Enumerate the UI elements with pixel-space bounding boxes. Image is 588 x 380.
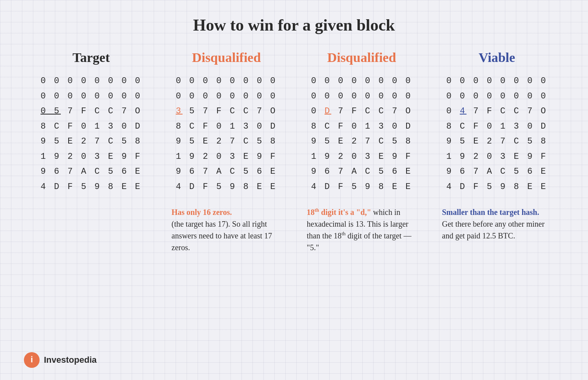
hash-line: 8 C F 0 1 3 0 D (176, 119, 277, 135)
hash-line-special: 0 4 7 F C C 7 O (446, 104, 547, 119)
logo-area: i Investopedia (24, 352, 96, 368)
hash-line: 9 6 7 A C 5 6 E (446, 164, 547, 180)
hash-line: 0 0 0 0 0 0 0 0 (311, 89, 412, 104)
column-target-title: Target (73, 50, 110, 65)
hash-line: 0 0 0 0 0 0 0 0 (40, 74, 142, 89)
hash-line: 8 C F 0 1 3 0 D (311, 119, 412, 135)
hash-line: 0 0 0 0 0 0 0 0 (40, 89, 142, 104)
hash-line: 0 0 0 0 0 0 0 0 (446, 89, 547, 104)
page-title: How to win for a given block (193, 16, 395, 35)
disq2-description: 18th digit it's a "d," which in hexadeci… (303, 206, 421, 253)
column-viable: Viable 0 0 0 0 0 0 0 0 0 0 0 0 0 0 0 0 0… (429, 50, 564, 253)
column-target: Target 0 0 0 0 0 0 0 0 0 0 0 0 0 0 0 0 0… (24, 50, 159, 253)
disq2-hash: 0 0 0 0 0 0 0 0 0 0 0 0 0 0 0 0 0 D 7 F … (311, 74, 412, 195)
viable-hash: 0 0 0 0 0 0 0 0 0 0 0 0 0 0 0 0 0 4 7 F … (446, 74, 547, 195)
disq1-normal: (the target has 17). So all right answer… (172, 220, 272, 252)
hash-line: 8 C F 0 1 3 0 D (446, 119, 547, 135)
hash-line: 1 9 2 0 3 E 9 F (40, 149, 142, 165)
disq2-highlight: 18th digit it's a "d," (307, 208, 371, 216)
hash-line: 0 0 0 0 0 0 0 0 (176, 89, 277, 104)
viable-description: Smaller than the target hash. Get there … (438, 206, 556, 242)
investopedia-logo-icon: i (24, 352, 40, 368)
investopedia-logo-text: Investopedia (44, 355, 96, 365)
column-viable-title: Viable (479, 50, 515, 65)
hash-line: 0 0 0 0 0 0 0 0 (176, 74, 277, 89)
hash-line: 9 6 7 A C 5 6 E (40, 164, 142, 180)
hash-line: 1 9 2 0 3 E 9 F (176, 149, 277, 165)
hash-line: 4 D F 5 9 8 E E (176, 180, 277, 195)
hash-line: 9 5 E 2 7 C 5 8 (176, 134, 277, 149)
hash-line: 9 5 E 2 7 C 5 8 (446, 134, 547, 149)
hash-line: 1 9 2 0 3 E 9 F (311, 149, 412, 165)
hash-line: 9 6 7 A C 5 6 E (176, 164, 277, 180)
hash-line: 0 0 0 0 0 0 0 0 (311, 74, 412, 89)
hash-line: 4 D F 5 9 8 E E (311, 180, 412, 195)
column-disqualified2: Disqualified 0 0 0 0 0 0 0 0 0 0 0 0 0 0… (294, 50, 429, 253)
disq1-highlight: Has only 16 zeros. (172, 208, 232, 216)
hash-line-special: 0 5 7 F C C 7 O (40, 104, 142, 119)
hash-line: 9 6 7 A C 5 6 E (311, 164, 412, 180)
hash-line-special: 0 D 7 F C C 7 O (311, 104, 412, 119)
hash-line: 1 9 2 0 3 E 9 F (446, 149, 547, 165)
hash-line: 8 C F 0 1 3 0 D (40, 119, 142, 135)
disq1-description: Has only 16 zeros. (the target has 17). … (168, 206, 285, 253)
disq1-hash: 0 0 0 0 0 0 0 0 0 0 0 0 0 0 0 0 3 5 7 F … (176, 74, 277, 195)
columns-wrapper: Target 0 0 0 0 0 0 0 0 0 0 0 0 0 0 0 0 0… (24, 50, 564, 253)
hash-line-special: 3 5 7 F C C 7 O (176, 104, 277, 119)
target-hash: 0 0 0 0 0 0 0 0 0 0 0 0 0 0 0 0 0 5 7 F … (40, 74, 142, 195)
viable-normal: Get there before any other miner and get… (442, 220, 545, 240)
column-disqualified1-title: Disqualified (192, 50, 261, 65)
viable-highlight: Smaller than the target hash. (442, 208, 539, 216)
svg-text:i: i (31, 355, 33, 364)
hash-line: 9 5 E 2 7 C 5 8 (311, 134, 412, 149)
hash-line: 4 D F 5 9 8 E E (40, 180, 142, 195)
column-disqualified2-title: Disqualified (327, 50, 396, 65)
hash-line: 0 0 0 0 0 0 0 0 (446, 74, 547, 89)
column-disqualified1: Disqualified 0 0 0 0 0 0 0 0 0 0 0 0 0 0… (159, 50, 294, 253)
hash-line: 9 5 E 2 7 C 5 8 (40, 134, 142, 149)
hash-line: 4 D F 5 9 8 E E (446, 180, 547, 195)
